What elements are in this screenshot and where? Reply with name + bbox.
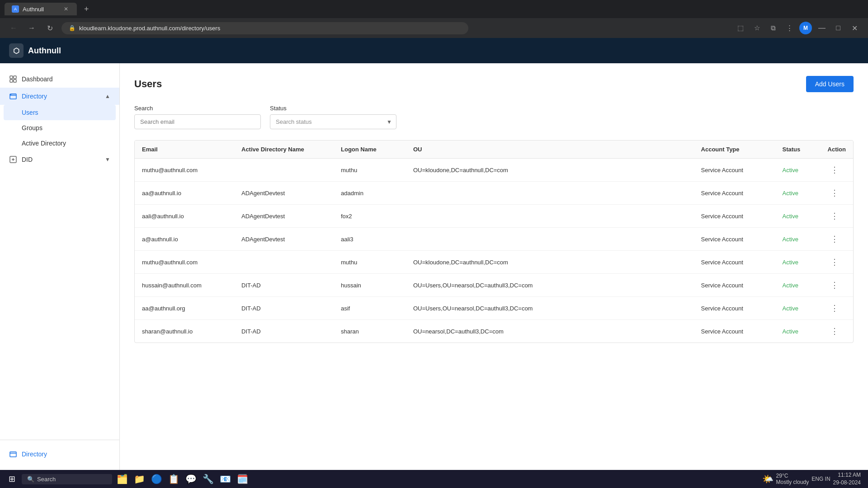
status-select[interactable]: Search status Active Inactive (270, 114, 396, 129)
cell-action-4: ⋮ (821, 251, 853, 274)
svg-rect-6 (10, 452, 16, 457)
cell-status-2: Active (775, 205, 821, 228)
cell-ou-7: OU=nearsol,DC=authull3,DC=com (406, 320, 694, 343)
reload-button[interactable]: ↻ (43, 22, 56, 34)
cell-ou-1 (406, 182, 694, 205)
active-directory-label: Active Directory (22, 140, 66, 147)
taskbar-search-label: Search (37, 476, 56, 483)
row-action-button-5[interactable]: ⋮ (828, 279, 841, 291)
cell-adname-5: DIT-AD (234, 274, 334, 297)
weather-info: 29°C Mostly cloudy (776, 473, 809, 485)
cell-email-6: aa@authnull.org (135, 297, 234, 320)
table-row: aa@authnull.io ADAgentDevtest adadmin Se… (135, 182, 853, 205)
back-button[interactable]: ← (7, 22, 20, 34)
new-tab-button[interactable]: + (80, 3, 93, 16)
search-email-input[interactable] (134, 114, 261, 129)
dashboard-icon (9, 75, 17, 83)
tab-close-button[interactable]: ✕ (62, 5, 70, 13)
th-ou: OU (406, 141, 694, 159)
taskbar-app-app5[interactable]: 🗓️ (234, 471, 250, 487)
address-bar[interactable]: 🔒 kloudlearn.kloudone.prod.authnull.com/… (61, 22, 468, 34)
sidebar: Dashboard Directory ▲ Users Groups Activ… (0, 63, 120, 470)
bookmark-button[interactable]: ☆ (750, 22, 763, 34)
sidebar-sub-active-directory[interactable]: Active Directory (0, 136, 119, 151)
tab-favicon: A (12, 5, 19, 13)
row-action-button-6[interactable]: ⋮ (828, 302, 841, 314)
logo-icon: ⬡ (9, 43, 24, 58)
forward-button[interactable]: → (25, 22, 38, 34)
row-action-button-3[interactable]: ⋮ (828, 233, 841, 245)
maximize-button[interactable]: □ (832, 22, 844, 34)
profile-button[interactable]: M (799, 22, 812, 34)
cell-status-0: Active (775, 159, 821, 182)
search-label: Search (134, 105, 261, 112)
row-action-button-1[interactable]: ⋮ (828, 187, 841, 199)
cell-account-3: Service Account (694, 228, 775, 251)
sidebar-sub-groups[interactable]: Groups (0, 120, 119, 136)
taskbar-system: 🌤️ 29°C Mostly cloudy ENG IN 11:12 AM 29… (762, 471, 864, 487)
cell-action-5: ⋮ (821, 274, 853, 297)
cell-ou-3 (406, 228, 694, 251)
table-row: muthu@authnull.com muthu OU=kloudone,DC=… (135, 159, 853, 182)
taskbar-app-app3[interactable]: 🔧 (200, 471, 216, 487)
sidebar-sub-users[interactable]: Users (4, 105, 116, 120)
taskbar-app-files[interactable]: 🗂️ (114, 471, 130, 487)
taskbar-app-explorer[interactable]: 📁 (131, 471, 147, 487)
taskbar-app-browser[interactable]: 🔵 (148, 471, 165, 487)
taskbar-search[interactable]: 🔍 Search (22, 474, 112, 484)
row-action-button-2[interactable]: ⋮ (828, 210, 841, 222)
row-action-button-4[interactable]: ⋮ (828, 256, 841, 268)
cell-ou-5: OU=Users,OU=nearsol,DC=authull3,DC=com (406, 274, 694, 297)
status-label: Status (270, 105, 396, 112)
screenshot-button[interactable]: ⬚ (734, 22, 747, 34)
directory-icon (9, 92, 17, 100)
table-header-row: Email Active Directory Name Logon Name O… (135, 141, 853, 159)
bottom-directory-label: Directory (22, 450, 47, 458)
cell-email-7: sharan@authnull.io (135, 320, 234, 343)
taskbar-app-app1[interactable]: 📋 (165, 471, 182, 487)
directory-chevron-up: ▲ (105, 93, 110, 99)
taskbar-app-app4[interactable]: 📧 (217, 471, 233, 487)
cell-logon-5: hussain (334, 274, 406, 297)
tab-title: Authnull (23, 6, 44, 13)
browser-tab[interactable]: A Authnull ✕ (5, 3, 77, 15)
row-action-button-7[interactable]: ⋮ (828, 325, 841, 337)
cell-adname-1: ADAgentDevtest (234, 182, 334, 205)
cell-action-6: ⋮ (821, 297, 853, 320)
cell-email-4: muthu@authnull.com (135, 251, 234, 274)
cell-email-1: aa@authnull.io (135, 182, 234, 205)
address-text: kloudlearn.kloudone.prod.authnull.com/di… (79, 25, 220, 32)
status-select-wrap: Search status Active Inactive ▼ (270, 114, 396, 129)
cell-ou-4: OU=kloudone,DC=authnull,DC=com (406, 251, 694, 274)
cell-account-4: Service Account (694, 251, 775, 274)
cell-email-0: muthu@authnull.com (135, 159, 234, 182)
sidebar-bottom: Directory (0, 440, 119, 463)
th-account-type: Account Type (694, 141, 775, 159)
table-row: sharan@authnull.io DIT-AD sharan OU=near… (135, 320, 853, 343)
minimize-button[interactable]: — (816, 22, 828, 34)
extensions-button[interactable]: ⧉ (767, 22, 779, 34)
sidebar-item-directory[interactable]: Directory ▲ (0, 88, 119, 105)
cell-logon-4: muthu (334, 251, 406, 274)
sidebar-item-dashboard[interactable]: Dashboard (0, 70, 119, 88)
cell-logon-6: asif (334, 297, 406, 320)
sidebar-item-did[interactable]: DID ▼ (0, 151, 119, 168)
close-window-button[interactable]: ✕ (848, 22, 861, 34)
taskbar-date: 29-08-2024 (833, 479, 861, 487)
did-label: DID (22, 156, 33, 163)
th-email: Email (135, 141, 234, 159)
cell-email-2: aali@authnull.io (135, 205, 234, 228)
directory-label: Directory (22, 93, 47, 100)
taskbar-app-app2[interactable]: 💬 (183, 471, 199, 487)
add-users-button[interactable]: Add Users (806, 76, 854, 92)
sidebar-bottom-directory[interactable]: Directory (0, 446, 119, 463)
cell-action-1: ⋮ (821, 182, 853, 205)
did-chevron: ▼ (105, 156, 110, 163)
svg-rect-1 (14, 76, 16, 79)
taskbar-lang: ENG IN (811, 476, 830, 482)
row-action-button-0[interactable]: ⋮ (828, 164, 841, 176)
th-ad-name: Active Directory Name (234, 141, 334, 159)
weather-widget: 🌤️ 29°C Mostly cloudy (762, 473, 809, 485)
menu-button[interactable]: ⋮ (783, 22, 796, 34)
start-button[interactable]: ⊞ (4, 471, 20, 487)
